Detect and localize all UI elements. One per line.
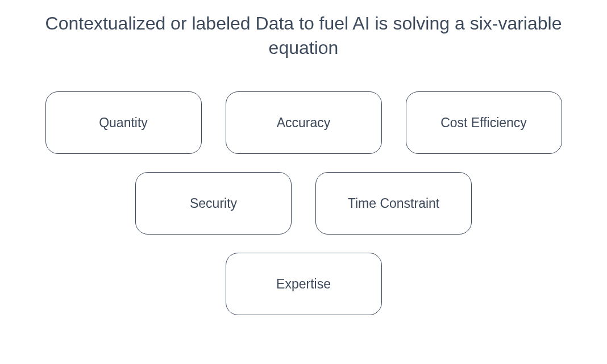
box-label: Expertise <box>276 277 331 292</box>
diagram-row-3: Expertise <box>226 253 382 315</box>
box-quantity: Quantity <box>45 91 202 154</box>
diagram-row-2: Security Time Constraint <box>135 172 472 235</box>
box-time-constraint: Time Constraint <box>315 172 472 235</box>
diagram-row-1: Quantity Accuracy Cost Efficiency <box>45 91 562 154</box>
box-label: Quantity <box>99 115 148 131</box>
box-accuracy: Accuracy <box>226 91 382 154</box>
box-cost-efficiency: Cost Efficiency <box>406 91 562 154</box>
box-label: Time Constraint <box>348 196 439 211</box>
diagram-container: Quantity Accuracy Cost Efficiency Securi… <box>17 91 590 315</box>
box-label: Accuracy <box>277 115 331 131</box>
box-label: Security <box>190 196 237 211</box>
diagram-title: Contextualized or labeled Data to fuel A… <box>25 11 582 60</box>
box-security: Security <box>135 172 292 235</box>
box-expertise: Expertise <box>226 253 382 315</box>
box-label: Cost Efficiency <box>440 115 527 131</box>
